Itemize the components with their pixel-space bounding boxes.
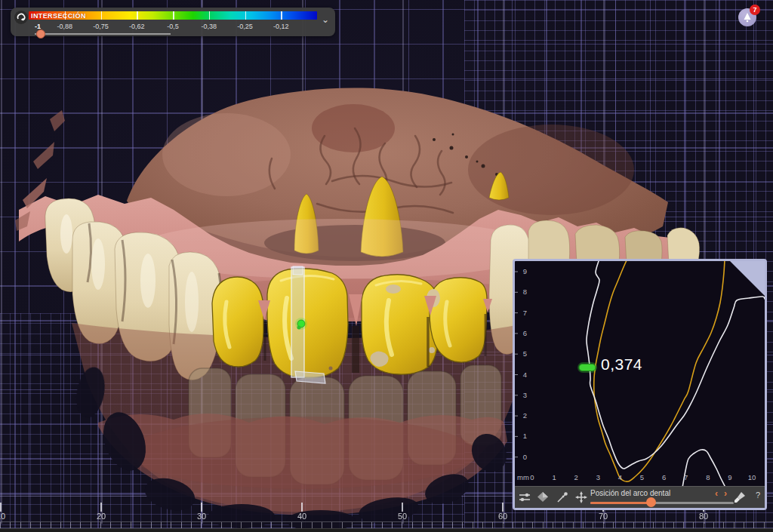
- plot-y-tick-label: 0: [516, 453, 527, 461]
- crown-central-left: [267, 269, 348, 378]
- legend-tick-label: -0,88: [57, 23, 72, 30]
- brush-icon[interactable]: [733, 490, 747, 504]
- plot-x-tick-label: 2: [574, 473, 578, 481]
- plot-y-tick-label: 9: [516, 267, 527, 275]
- plot-x-tick-label: 9: [728, 473, 731, 481]
- ruler-number: 10: [0, 512, 5, 521]
- plot-y-tick-label: 4: [516, 371, 527, 379]
- plot-x-tick-label: 0: [530, 473, 534, 481]
- plot-y-tick-label: 5: [516, 349, 527, 358]
- plot-y-tick-label: 8: [516, 288, 527, 296]
- probe-icon[interactable]: [556, 490, 569, 504]
- sliders-icon[interactable]: [518, 490, 531, 504]
- plot-y-tick-label: 7: [516, 309, 527, 317]
- crown-lateral-left: [212, 277, 263, 367]
- ruler-number: 20: [97, 512, 106, 521]
- colormap-tick: [137, 11, 138, 20]
- arch-position-slider-fill: [590, 502, 651, 504]
- plot-x-tick-label: 6: [662, 473, 666, 481]
- ruler-number: 70: [599, 512, 608, 521]
- ruler-tick: [0, 503, 2, 512]
- ruler-strip: [0, 528, 773, 532]
- plot-y-tick-label: 6: [516, 329, 527, 337]
- ruler-tick: [301, 503, 303, 512]
- legend-tick-label: -0,5: [167, 23, 179, 30]
- plot-x-tick-label: 5: [640, 473, 644, 481]
- crown-lateral-right: [430, 278, 487, 362]
- colormap-tick: [65, 11, 66, 20]
- next-arrow-button[interactable]: ›: [724, 488, 727, 499]
- colormap-legend-panel: INTERSECCIÓN -1-0,88-0,75-0,62-0,5-0,38-…: [11, 8, 335, 36]
- cross-section-plot[interactable]: [515, 261, 765, 487]
- notification-widget[interactable]: 7: [738, 7, 758, 26]
- plane-marker-stem: [297, 326, 301, 330]
- ruler-number: 30: [197, 512, 206, 521]
- colormap-tick: [173, 11, 174, 20]
- ruler-number: 50: [398, 512, 407, 521]
- move-icon[interactable]: [574, 490, 588, 504]
- plot-x-tick-label: 7: [684, 473, 688, 481]
- plot-x-tick-label: 1: [552, 473, 556, 481]
- toolbar-label: Posición del arco dental: [590, 489, 670, 497]
- measurement-marker[interactable]: [577, 362, 597, 373]
- legend-slider-handle[interactable]: [36, 29, 45, 38]
- plot-y-tick-label: 1: [516, 432, 527, 440]
- legend-tick-label: -0,12: [273, 23, 289, 30]
- legend-title: INTERSECCIÓN: [31, 12, 86, 20]
- panel-fold-corner[interactable]: [730, 261, 765, 296]
- colormap-tick: [209, 11, 211, 20]
- section-plane-foot-handle[interactable]: [295, 371, 325, 383]
- ruler-tick: [100, 503, 102, 512]
- prev-arrow-button[interactable]: ‹: [715, 488, 718, 499]
- plot-y-tick-label: 2: [516, 411, 527, 420]
- plot-x-tick-label: 8: [706, 473, 710, 481]
- plot-x-tick-label: 3: [596, 473, 600, 481]
- plot-x-tick-label: 10: [748, 473, 756, 481]
- ruler-minor-ticks: [0, 522, 773, 528]
- ruler-tick: [502, 503, 504, 512]
- ruler-number: 80: [699, 512, 708, 521]
- chevron-down-icon[interactable]: ⌄: [322, 15, 329, 24]
- panel-toolbar: Posición del arco dental ‹ › ?: [515, 486, 765, 508]
- legend-tick-label: -0,38: [201, 23, 217, 30]
- section-plane-top-handle[interactable]: [293, 266, 303, 275]
- colormap-tick: [101, 11, 103, 20]
- notification-count-badge: 7: [750, 5, 760, 15]
- legend-tick-label: -0,62: [129, 23, 145, 30]
- ruler-baseline: [0, 521, 773, 522]
- section-plane-icon[interactable]: [536, 490, 550, 504]
- legend-tick-label: -0,25: [237, 23, 253, 30]
- ruler-number: 40: [297, 512, 306, 521]
- legend-slider-track[interactable]: [35, 33, 171, 35]
- plot-y-tick-label: 3: [516, 391, 527, 399]
- colormap-tick: [281, 11, 282, 20]
- ruler-tick: [201, 503, 202, 512]
- ruler-number: 60: [498, 512, 507, 521]
- ruler-tick: [402, 503, 403, 512]
- measurement-value: 0,374: [601, 355, 642, 374]
- colormap-tick: [245, 11, 247, 20]
- help-icon[interactable]: ?: [756, 490, 760, 500]
- arch-position-slider-handle[interactable]: [646, 497, 656, 507]
- plot-unit-label: mm: [517, 473, 529, 481]
- legend-tick-label: -0,75: [93, 23, 109, 30]
- plot-x-tick-label: 4: [618, 473, 622, 481]
- legend-toggle-icon[interactable]: [14, 11, 28, 24]
- cross-section-panel[interactable]: 9876543210 012345678910 mm 0,374 Posició…: [513, 259, 767, 510]
